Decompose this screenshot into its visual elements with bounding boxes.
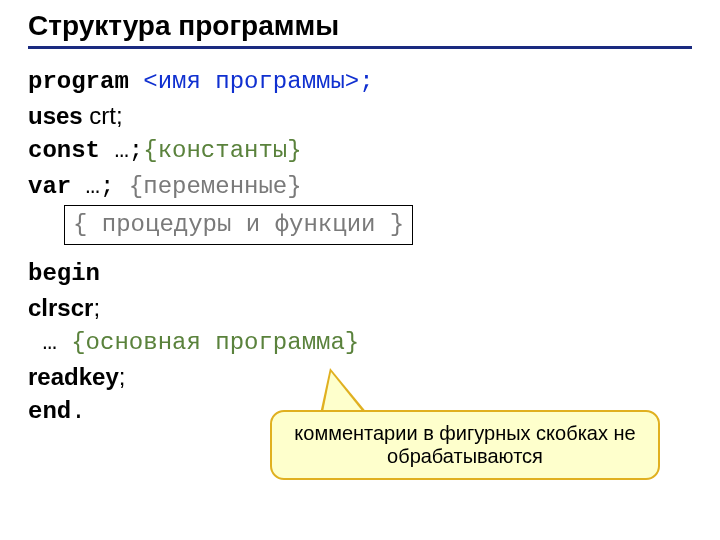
callout-line-2: обрабатываются — [286, 445, 644, 468]
keyword-uses: uses — [28, 102, 83, 129]
placeholder-program-name: <имя программы>; — [129, 68, 374, 95]
code-line-begin: begin — [28, 255, 692, 291]
keyword-end: end — [28, 398, 71, 425]
keyword-var: var — [28, 173, 71, 200]
comment-main: {основная программа} — [71, 329, 359, 356]
keyword-begin: begin — [28, 260, 100, 287]
uses-value: crt; — [83, 102, 123, 129]
keyword-program: program — [28, 68, 129, 95]
spacer — [28, 245, 692, 255]
comment-const: {константы} — [143, 137, 301, 164]
slide-title: Структура программы — [28, 10, 692, 49]
const-rest: …; — [100, 137, 143, 164]
slide: Структура программы program <имя програм… — [0, 0, 720, 540]
readkey-semi: ; — [119, 363, 126, 390]
code-line-main: … {основная программа} — [28, 324, 692, 360]
comment-procedures: { процедуры и функции } — [64, 205, 413, 245]
procedures-box-line: { процедуры и функции } — [28, 203, 692, 245]
code-line-uses: uses crt; — [28, 99, 692, 133]
clrscr-semi: ; — [93, 294, 100, 321]
code-line-var: var …; {переменные} — [28, 168, 692, 204]
keyword-clrscr: clrscr — [28, 294, 93, 321]
callout-body: комментарии в фигурных скобках не обраба… — [270, 410, 660, 480]
code-line-const: const …;{константы} — [28, 132, 692, 168]
var-rest: …; — [71, 173, 129, 200]
main-prefix: … — [28, 329, 71, 356]
callout-line-1: комментарии в фигурных скобках не — [286, 422, 644, 445]
comment-var: {переменные} — [129, 173, 302, 200]
keyword-readkey: readkey — [28, 363, 119, 390]
keyword-const: const — [28, 137, 100, 164]
callout: комментарии в фигурных скобках не обраба… — [270, 410, 660, 480]
end-dot: . — [71, 398, 85, 425]
code-line-program: program <имя программы>; — [28, 63, 692, 99]
code-line-clrscr: clrscr; — [28, 291, 692, 325]
